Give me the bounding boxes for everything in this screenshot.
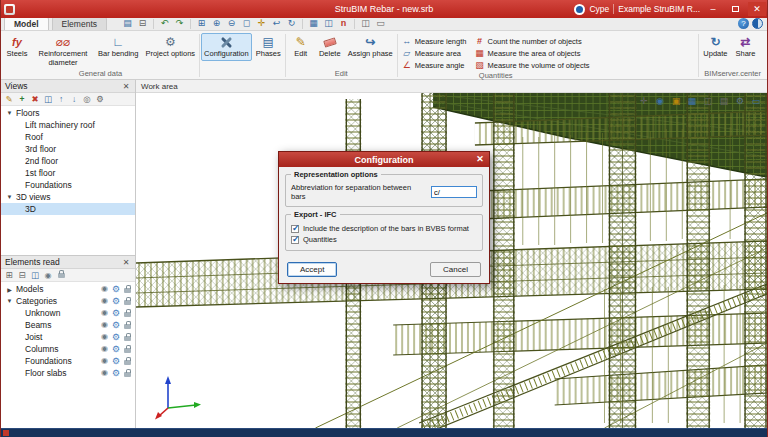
lock-icon[interactable] [124, 360, 131, 365]
viewport-pan-icon[interactable]: ✛ [638, 95, 650, 107]
redo-icon[interactable]: ↷ [173, 18, 186, 29]
zoom-window-icon[interactable]: ⊞ [195, 18, 208, 29]
dialog-title-bar[interactable]: Configuration ✕ [279, 152, 489, 167]
visibility-icon[interactable]: ◉ [101, 308, 108, 318]
abbreviation-input[interactable] [431, 186, 477, 198]
tree-group-categories[interactable]: ▼ Categories ◉ ⚙ [1, 295, 135, 307]
edit-button[interactable]: ✎ Edit [287, 33, 315, 61]
lock-icon[interactable] [124, 372, 131, 377]
viewport-visibility-icon[interactable]: ◉ [654, 95, 666, 107]
show-all-icon[interactable]: ◉ [42, 270, 54, 281]
measure-area-button[interactable]: ▱ Measure area [402, 47, 467, 59]
redraw-icon[interactable]: ↻ [285, 18, 298, 29]
tree-item-roof[interactable]: Roof [1, 131, 135, 143]
edit-view-icon[interactable]: ✎ [3, 94, 15, 105]
minimize-button[interactable]: – [704, 2, 722, 16]
expander-icon[interactable]: ▼ [5, 194, 14, 200]
close-button[interactable]: ✕ [748, 2, 766, 16]
gear-icon[interactable]: ⚙ [112, 332, 120, 342]
measure-length-button[interactable]: ↔ Measure length [402, 35, 467, 47]
expand-all-icon[interactable]: ⊞ [3, 270, 15, 281]
lock-icon[interactable] [124, 300, 131, 305]
previous-view-icon[interactable]: ↩ [270, 18, 283, 29]
tree-item-3rd-floor[interactable]: 3rd floor [1, 143, 135, 155]
dialog-close-icon[interactable]: ✕ [473, 153, 487, 165]
move-down-icon[interactable]: ↓ [68, 94, 80, 105]
tree-group-models[interactable]: ▶ Models ◉ ⚙ [1, 283, 135, 295]
bar-bending-button[interactable]: ∟ Bar bending [95, 33, 141, 61]
assign-phase-button[interactable]: ↪ Assign phase [345, 33, 396, 61]
table-icon[interactable]: ▦ [307, 18, 320, 29]
tree-group-floors[interactable]: ▼ Floors [1, 107, 135, 119]
measure-object-area-button[interactable]: ▦ Measure the area of objects [474, 47, 589, 59]
lock-icon[interactable] [124, 324, 131, 329]
visibility-icon[interactable]: ◉ [101, 296, 108, 306]
bimserver-logo-icon[interactable] [574, 4, 585, 15]
expander-icon[interactable]: ▶ [5, 286, 14, 293]
tree-item-lift-machinery-roof[interactable]: Lift machinery roof [1, 119, 135, 131]
sync-icon[interactable] [752, 18, 763, 29]
tree-item-beams[interactable]: Beams ◉ ⚙ [1, 319, 135, 331]
views-panel-close-icon[interactable]: ✕ [121, 82, 131, 91]
move-up-icon[interactable]: ↑ [55, 94, 67, 105]
maximize-button[interactable] [726, 2, 744, 16]
quantities-checkbox[interactable]: ✓ [291, 236, 299, 244]
tab-elements[interactable]: Elements [52, 17, 107, 30]
gear-icon[interactable]: ⚙ [112, 368, 120, 378]
gear-icon[interactable]: ⚙ [112, 320, 120, 330]
gear-icon[interactable]: ⚙ [112, 308, 120, 318]
viewport-solid-view-icon[interactable]: ▣ [670, 95, 682, 107]
viewport-grid-icon[interactable]: ▦ [686, 95, 698, 107]
bvbs-checkbox-row[interactable]: ✓ Include the description of the bars in… [291, 223, 477, 234]
steels-button[interactable]: fy Steels [3, 33, 31, 61]
collapse-all-icon[interactable]: ⊟ [16, 270, 28, 281]
visibility-icon[interactable]: ◉ [101, 320, 108, 330]
tree-item-unknown[interactable]: Unknown ◉ ⚙ [1, 307, 135, 319]
tree-item-2nd-floor[interactable]: 2nd floor [1, 155, 135, 167]
reinforcement-diameter-button[interactable]: ⌀⌀ Reinforcement diameter [32, 33, 94, 69]
accept-button[interactable]: Accept [287, 262, 337, 277]
viewport-settings-icon[interactable]: ⚙ [734, 95, 746, 107]
tree-item-3d[interactable]: 3D [1, 203, 135, 215]
lock-icon[interactable] [124, 348, 131, 353]
tree-item-foundations[interactable]: Foundations [1, 179, 135, 191]
tree-item-foundations-cat[interactable]: Foundations ◉ ⚙ [1, 355, 135, 367]
count-objects-button[interactable]: # Count the number of objects [474, 35, 589, 47]
phases-button[interactable]: ▤ Phases [253, 33, 284, 61]
viewport-monitor-icon[interactable]: ▭ [750, 95, 762, 107]
duplicate-view-icon[interactable]: ◫ [42, 94, 54, 105]
tab-model[interactable]: Model [4, 17, 49, 30]
measure-angle-button[interactable]: ∠ Measure angle [402, 59, 467, 71]
visibility-icon[interactable]: ◉ [101, 344, 108, 354]
project-options-button[interactable]: ⚙ Project options [142, 33, 198, 61]
tree-item-1st-floor[interactable]: 1st floor [1, 167, 135, 179]
configuration-button[interactable]: Configuration [201, 33, 252, 61]
cancel-button[interactable]: Cancel [430, 262, 481, 277]
add-view-icon[interactable]: + [16, 94, 28, 105]
bvbs-checkbox[interactable]: ✓ [291, 225, 299, 233]
visibility-icon[interactable]: ◉ [101, 332, 108, 342]
delete-button[interactable]: Delete [316, 33, 344, 61]
print-icon[interactable]: ⊟ [136, 18, 149, 29]
help-icon[interactable]: ? [738, 18, 749, 29]
cype-n-icon[interactable]: n [337, 18, 350, 29]
visibility-icon[interactable]: ◉ [101, 356, 108, 366]
views-settings-icon[interactable]: ⚙ [94, 94, 106, 105]
tree-group-3d-views[interactable]: ▼ 3D views [1, 191, 135, 203]
tree-item-floor-slabs[interactable]: Floor slabs ◉ ⚙ [1, 367, 135, 379]
monitor-icon[interactable]: ▭ [374, 18, 387, 29]
expander-icon[interactable]: ▼ [5, 110, 14, 116]
isolate-view-icon[interactable]: ◎ [81, 94, 93, 105]
lock-all-icon[interactable] [55, 270, 67, 281]
undo-icon[interactable]: ↶ [158, 18, 171, 29]
title-bar[interactable]: StruBIM Rebar - new.srb Cype Example Str… [1, 0, 767, 18]
layout-columns-icon[interactable]: ◫ [322, 18, 335, 29]
gear-icon[interactable]: ⚙ [112, 284, 120, 294]
elements-panel-close-icon[interactable]: ✕ [121, 258, 131, 267]
app-icon[interactable] [4, 4, 15, 15]
measure-object-volume-button[interactable]: ▧ Measure the volume of objects [474, 59, 589, 71]
visibility-icon[interactable]: ◉ [101, 284, 108, 294]
visibility-icon[interactable]: ◉ [101, 368, 108, 378]
zoom-in-icon[interactable]: ⊕ [210, 18, 223, 29]
tile-windows-icon[interactable]: ◫ [359, 18, 372, 29]
